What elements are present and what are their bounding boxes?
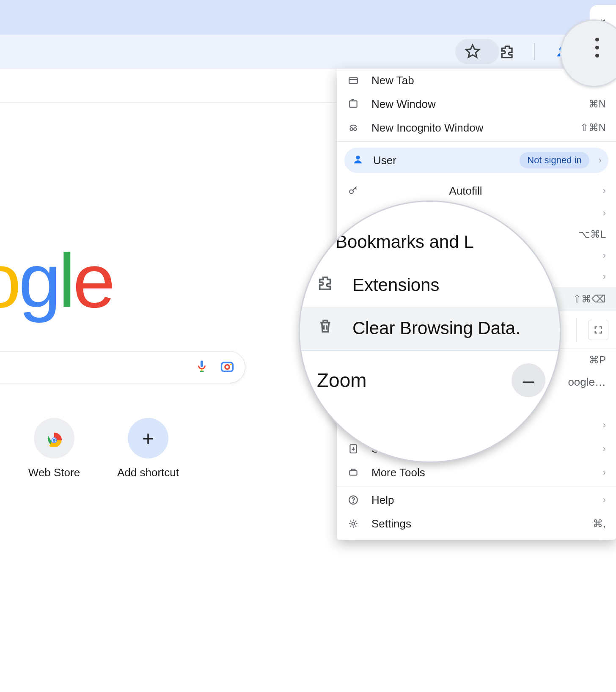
zoom-minus-button[interactable]: – <box>512 363 545 397</box>
svg-point-29 <box>352 522 355 525</box>
shortcut-label: Add shortcut <box>114 466 182 479</box>
menu-help[interactable]: Help › <box>337 488 616 512</box>
bookmark-star-icon[interactable] <box>465 44 481 60</box>
chevron-right-icon: › <box>599 155 602 166</box>
menu-new-window[interactable]: New Window ⌘N <box>337 92 616 116</box>
chevron-right-icon: › <box>603 271 606 282</box>
chevron-right-icon: › <box>603 443 606 454</box>
magnifier-lens: Bookmarks and L Extensions Clear Browsin… <box>299 200 561 463</box>
zoom-separator <box>576 318 577 342</box>
plus-icon: + <box>142 427 154 450</box>
svg-point-6 <box>230 364 232 365</box>
svg-point-5 <box>225 365 229 369</box>
svg-point-19 <box>349 190 353 194</box>
chevron-right-icon: › <box>603 494 606 505</box>
menu-new-incognito[interactable]: New Incognito Window ⇧⌘N <box>337 116 616 140</box>
svg-point-9 <box>52 439 55 442</box>
tab-strip: ⌄ <box>0 0 616 35</box>
svg-point-15 <box>350 128 353 131</box>
add-shortcut-button[interactable]: + Add shortcut <box>114 418 182 479</box>
chrome-icon <box>46 430 63 447</box>
menu-passwords-autofill[interactable]: Passwords and Autofill › <box>337 179 616 203</box>
help-icon <box>347 494 360 506</box>
chevron-right-icon: › <box>603 185 606 196</box>
menu-settings[interactable]: Settings ⌘, <box>337 512 616 535</box>
extensions-icon <box>317 275 334 296</box>
image-search-icon[interactable] <box>220 359 235 376</box>
chevron-right-icon: › <box>603 208 606 219</box>
fullscreen-button[interactable] <box>588 320 608 340</box>
signin-badge: Not signed in <box>520 152 589 168</box>
extensions-icon[interactable] <box>499 44 515 60</box>
svg-rect-10 <box>349 78 358 84</box>
tab-icon <box>347 74 360 87</box>
svg-point-18 <box>356 156 360 159</box>
lens-clear-browsing-row[interactable]: Clear Browsing Data. <box>300 307 560 350</box>
shortcut-label: Web Store <box>20 466 88 479</box>
shortcut-web-store[interactable]: Web Store <box>20 418 88 479</box>
svg-point-28 <box>353 502 354 503</box>
svg-rect-26 <box>349 471 357 475</box>
trash-icon <box>317 318 334 339</box>
svg-rect-12 <box>349 101 357 107</box>
menu-separator <box>337 486 616 486</box>
chevron-right-icon: › <box>603 250 606 261</box>
search-box[interactable] <box>0 351 245 383</box>
kebab-icon <box>595 38 599 58</box>
svg-rect-1 <box>201 361 203 367</box>
svg-point-16 <box>354 128 357 131</box>
window-icon <box>347 98 360 110</box>
lens-extensions-row[interactable]: Extensions <box>300 264 560 307</box>
key-icon <box>347 184 360 197</box>
voice-search-icon[interactable] <box>194 359 209 376</box>
gear-icon <box>347 517 360 530</box>
menu-user-row[interactable]: User Not signed in › <box>344 148 608 173</box>
google-logo-partial: ogle <box>0 237 113 324</box>
lens-zoom-row: Zoom – <box>300 351 560 410</box>
incognito-icon <box>347 121 360 134</box>
save-icon <box>347 442 360 455</box>
chevron-right-icon: › <box>603 420 606 431</box>
chevron-right-icon: › <box>603 467 606 478</box>
user-icon <box>352 154 364 167</box>
menu-more-tools[interactable]: More Tools › <box>337 461 616 484</box>
menu-separator <box>337 141 616 142</box>
tools-icon <box>347 466 360 479</box>
toolbar <box>0 35 616 69</box>
toolbar-divider <box>534 43 535 60</box>
